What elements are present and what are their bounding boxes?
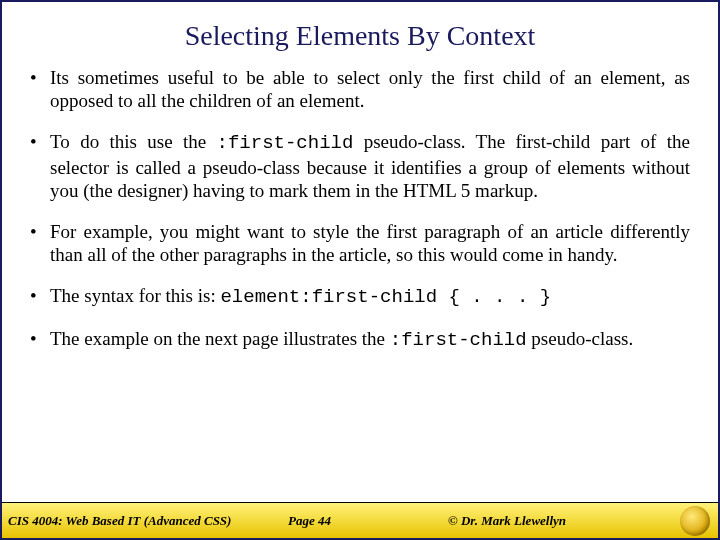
bullet-item: Its sometimes useful to be able to selec… (30, 66, 690, 112)
bullet-text: The example on the next page illustrates… (50, 328, 390, 349)
bullet-item: To do this use the :first-child pseudo-c… (30, 130, 690, 202)
slide-title: Selecting Elements By Context (2, 2, 718, 62)
ucf-logo-icon (680, 506, 710, 536)
footer: CIS 4004: Web Based IT (Advanced CSS) Pa… (2, 502, 718, 538)
bullet-list: Its sometimes useful to be able to selec… (30, 66, 690, 353)
bullet-item: The example on the next page illustrates… (30, 327, 690, 352)
slide-content: Its sometimes useful to be able to selec… (2, 62, 718, 502)
bullet-text: To do this use the (50, 131, 217, 152)
code-text: element:first-child { . . . } (220, 286, 551, 308)
bullet-item: The syntax for this is: element:first-ch… (30, 284, 690, 309)
code-text: :first-child (390, 329, 527, 351)
bullet-text: The syntax for this is: (50, 285, 220, 306)
bullet-text: pseudo-class. (527, 328, 634, 349)
footer-author: © Dr. Mark Llewellyn (428, 513, 712, 529)
bullet-item: For example, you might want to style the… (30, 220, 690, 266)
bullet-text: For example, you might want to style the… (50, 221, 690, 265)
slide: Selecting Elements By Context Its someti… (0, 0, 720, 540)
footer-page: Page 44 (288, 513, 428, 529)
footer-course: CIS 4004: Web Based IT (Advanced CSS) (8, 513, 288, 529)
code-text: :first-child (217, 132, 354, 154)
bullet-text: Its sometimes useful to be able to selec… (50, 67, 690, 111)
